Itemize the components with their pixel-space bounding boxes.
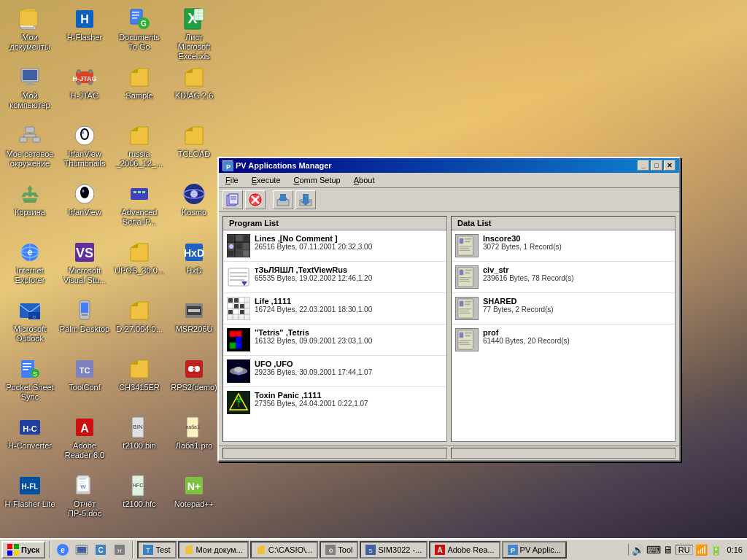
program-item-tetris-text: "Tetris" ,Tetris 16132 Bytes, 09.09.2001… xyxy=(255,328,443,345)
toolbar-btn-upload[interactable] xyxy=(273,190,293,209)
icon-h-jtag[interactable]: H-JTAG H-JTAG xyxy=(58,62,111,120)
icon-outlook[interactable]: ○ Microsoft Outlook xyxy=(4,295,56,354)
maximize-button[interactable]: □ xyxy=(651,160,662,171)
menu-execute[interactable]: Execute xyxy=(249,174,284,186)
icon-t2100bin[interactable]: BIN t2100.bin xyxy=(113,412,166,470)
icon-docs-to-go[interactable]: G Documents To Go xyxy=(113,4,166,62)
quick-launch-4[interactable]: H xyxy=(111,541,128,559)
svg-rect-128 xyxy=(236,250,242,257)
icon-sample[interactable]: Sample xyxy=(113,62,166,120)
data-item-prof[interactable]: prof 61440 Bytes, 20 Record(s) xyxy=(452,324,675,355)
icon-kosmo[interactable]: Kosmo xyxy=(168,179,220,237)
taskbar-task-my-docs[interactable]: Мои докум... xyxy=(178,541,249,559)
program-item-toxin[interactable]: ☢ ! Toxin Panic ,1111 27356 Bytes, 24.04… xyxy=(223,387,446,418)
icon-label-my-computer: Мой компьютер xyxy=(4,91,55,110)
data-list-header: Data List xyxy=(452,217,675,230)
svg-rect-191 xyxy=(465,335,471,336)
program-item-toxin-text: Toxin Panic ,1111 27356 Bytes, 24.04.200… xyxy=(255,391,443,408)
data-item-civ-str[interactable]: civ_str 239616 Bytes, 78 Record(s) xyxy=(452,262,675,293)
program-item-lines[interactable]: Lines ,[No Comment ] 26516 Bytes, 07.11.… xyxy=(223,230,446,262)
start-button[interactable]: Пуск xyxy=(1,541,45,559)
data-item-shared-text: SHARED 77 Bytes, 2 Record(s) xyxy=(483,297,671,314)
icon-russia[interactable]: russia _2006_12_... xyxy=(113,120,166,179)
icon-my-documents[interactable]: Мои документы xyxy=(4,4,56,62)
icon-my-computer[interactable]: Мой компьютер xyxy=(4,62,56,120)
close-button[interactable]: ✕ xyxy=(664,160,676,171)
systray-icon-4[interactable]: 📶 xyxy=(695,544,708,556)
data-item-inscore30[interactable]: Inscore30 3072 Bytes, 1 Record(s) xyxy=(452,230,675,262)
svg-rect-179 xyxy=(460,279,469,280)
svg-text:P: P xyxy=(226,163,231,171)
icon-rps2demo[interactable]: 2 RPS2(demo) xyxy=(168,354,220,412)
icon-h-converter[interactable]: H-C H-Converter xyxy=(4,412,56,470)
systray-icon-1[interactable]: 🔊 xyxy=(632,544,644,556)
quick-launch-2[interactable] xyxy=(73,541,90,559)
svg-rect-168 xyxy=(460,238,464,244)
quick-launch-browser[interactable]: e xyxy=(54,541,71,559)
icon-upos[interactable]: UPOS_30.0... xyxy=(113,237,166,295)
icon-recycle[interactable]: Корзина xyxy=(4,179,56,237)
program-item-life[interactable]: Life ,1111 16724 Bytes, 22.03.2001 18:30… xyxy=(223,293,446,324)
systray-icon-5[interactable]: 🔋 xyxy=(710,544,722,556)
icon-irfanview[interactable]: IrfanView xyxy=(58,179,111,237)
svg-rect-178 xyxy=(460,277,472,278)
data-item-inscore30-name: Inscore30 xyxy=(483,234,671,243)
icon-label-network: Мое сетевое окружение xyxy=(4,149,55,168)
svg-text:○: ○ xyxy=(33,314,36,320)
svg-rect-143 xyxy=(234,310,239,314)
icon-report[interactable]: W Отчёт ПР-5.doc xyxy=(58,470,111,529)
icon-h-flasher[interactable]: H H-Flasher xyxy=(58,4,111,62)
icon-pocket-sheet[interactable]: S Pocket Sheet Sync xyxy=(4,354,56,412)
svg-marker-115 xyxy=(278,194,288,200)
lang-indicator[interactable]: RU xyxy=(676,545,693,555)
program-item-ufo[interactable]: UFO ,UFO 29236 Bytes, 30.09.2001 17:44,1… xyxy=(223,356,446,387)
svg-text:e: e xyxy=(28,247,33,257)
menu-comm-setup[interactable]: Comm Setup xyxy=(291,174,344,186)
icon-toolconf[interactable]: TC ToolConf xyxy=(58,354,111,412)
icon-label-sample: Sample xyxy=(125,91,152,101)
systray-icon-3[interactable]: 🖥 xyxy=(663,544,673,556)
icon-ie[interactable]: e Internet Explorer xyxy=(4,237,56,295)
menu-about[interactable]: About xyxy=(351,174,378,186)
icon-tcload[interactable]: TCLOAD xyxy=(168,120,220,179)
icon-label-ch3415er: CH3415ER xyxy=(119,383,160,392)
icon-adobe-reader[interactable]: A Adobe Reader 6.0 xyxy=(58,412,111,470)
icon-irfanview-thumb[interactable]: IrfanView Thumbnails xyxy=(58,120,111,179)
icon-network[interactable]: Мое сетевое окружение xyxy=(4,120,56,179)
icon-laba1pro[interactable]: лаба1 Лаба1.pro xyxy=(168,412,220,470)
taskbar-task-tool[interactable]: ⚙ Tool xyxy=(320,541,358,559)
taskbar-task-casio[interactable]: C:\CASIO\... xyxy=(250,541,319,559)
icon-d27[interactable]: D-27.004.0... xyxy=(113,295,166,354)
program-item-textviewrus[interactable]: тЗьЛЯШЛ ,TextViewRus 65535 Bytes, 19.02.… xyxy=(223,262,446,293)
icon-advanced-serial[interactable]: Advanced Serial P... xyxy=(113,179,166,237)
icon-notepadpp[interactable]: N+ Notepad++ xyxy=(168,470,220,529)
pv-titlebar[interactable]: P PV Applications Manager _ □ ✕ xyxy=(219,158,679,173)
minimize-button[interactable]: _ xyxy=(638,160,649,171)
toolbar-btn-download[interactable] xyxy=(295,190,316,209)
svg-rect-142 xyxy=(228,310,233,314)
data-item-shared[interactable]: SHARED 77 Bytes, 2 Record(s) xyxy=(452,293,675,324)
taskbar-task-adobe[interactable]: A Adobe Rea... xyxy=(429,541,500,559)
textviewrus-icon xyxy=(227,265,250,289)
icon-msr206u[interactable]: MSR206U xyxy=(168,295,220,354)
icon-kdiag[interactable]: KDIAG 2.6 xyxy=(168,62,220,120)
taskbar-task-test[interactable]: T Test xyxy=(137,541,176,559)
program-item-tetris[interactable]: "Tetris" ,Tetris 16132 Bytes, 09.09.2001… xyxy=(223,324,446,356)
svg-rect-173 xyxy=(460,250,471,251)
menu-file[interactable]: File xyxy=(222,174,241,186)
taskbar-task-pv-applic[interactable]: P PV Applic... xyxy=(502,541,567,559)
icon-palm-desktop[interactable]: Palm Desktop xyxy=(58,295,111,354)
program-item-textviewrus-name: тЗьЛЯШЛ ,TextViewRus xyxy=(255,265,443,274)
icon-t2100hfc[interactable]: HFC t2100.hfc xyxy=(113,470,166,529)
quick-launch-3[interactable]: C xyxy=(92,541,109,559)
toolbar-btn-delete[interactable] xyxy=(245,190,266,209)
taskbar-task-sim3022[interactable]: S SIM3022 -... xyxy=(360,541,427,559)
systray-icon-2[interactable]: ⌨ xyxy=(646,544,661,556)
icon-excel[interactable]: X Лист Microsoft Excel.xls xyxy=(168,4,220,62)
icon-hxd[interactable]: HxD HxD xyxy=(168,237,220,295)
icon-h-flasher-lite[interactable]: H-FL H-Flasher Lite xyxy=(4,470,56,529)
icon-ch3415er[interactable]: CH3415ER xyxy=(113,354,166,412)
svg-rect-38 xyxy=(24,134,36,137)
toolbar-btn-copy[interactable] xyxy=(222,190,243,209)
icon-ms-visual[interactable]: VS Microsoft Visual Stu... xyxy=(58,237,111,295)
